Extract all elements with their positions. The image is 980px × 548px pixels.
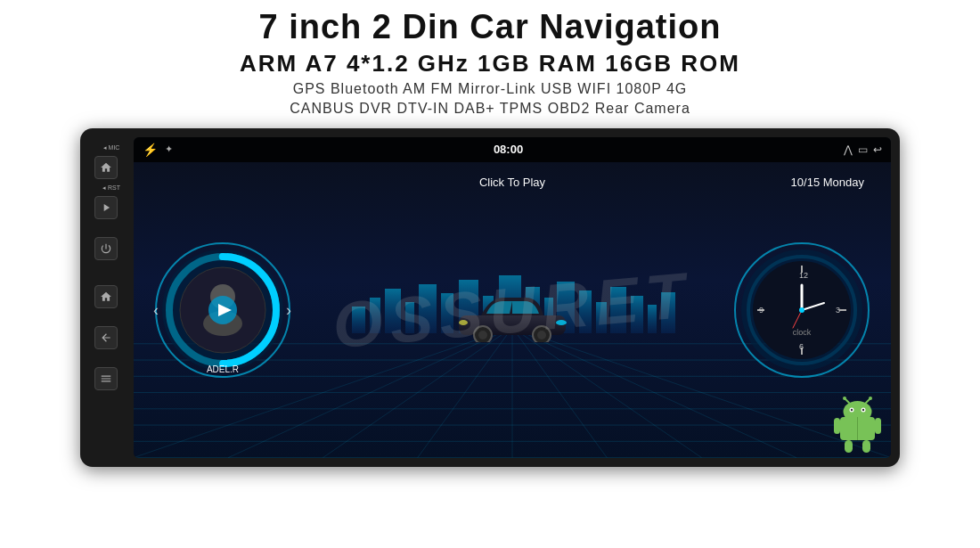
prev-arrow[interactable]: ‹ [153, 300, 159, 319]
svg-rect-18 [370, 298, 380, 333]
svg-rect-81 [845, 440, 853, 453]
svg-text:12: 12 [799, 271, 808, 280]
screen-topbar: ⚡ ✦ 08:00 ⋀ ▭ ↩ [134, 137, 891, 162]
back-button[interactable] [94, 326, 118, 349]
svg-rect-32 [631, 296, 643, 333]
play-button[interactable] [94, 196, 118, 219]
svg-point-51 [459, 320, 468, 325]
rst-group: ◂ RST [94, 184, 128, 191]
mic-group: ◂ MIC [94, 144, 128, 151]
specs-line: ARM A7 4*1.2 GHz 1GB RAM 16GB ROM [18, 50, 962, 78]
nav-arrows: ‹ › [153, 300, 291, 319]
svg-rect-82 [862, 440, 870, 453]
svg-rect-79 [834, 418, 840, 434]
svg-rect-33 [648, 305, 657, 333]
features-line1: GPS Bluetooth AM FM Mirror-Link USB WIFI… [18, 81, 962, 97]
page-wrapper: 7 inch 2 Din Car Navigation ARM A7 4*1.2… [0, 0, 980, 467]
features-line2: CANBUS DVR DTV-IN DAB+ TPMS OBD2 Rear Ca… [18, 101, 962, 117]
topbar-right: ⋀ ▭ ↩ [844, 143, 882, 156]
android-robot [833, 396, 882, 454]
svg-text:9: 9 [759, 306, 764, 315]
home-button[interactable] [94, 156, 118, 179]
svg-point-67 [799, 307, 804, 313]
window-icon: ▭ [858, 143, 868, 156]
mic-label: ◂ MIC [103, 144, 120, 151]
svg-point-50 [556, 320, 567, 325]
car-container [454, 289, 570, 346]
artist-name: ADEL.R [207, 364, 239, 374]
svg-point-76 [843, 397, 846, 400]
rst-label: ◂ RST [102, 184, 120, 191]
svg-rect-21 [419, 284, 437, 333]
topbar-time: 08:00 [494, 143, 523, 156]
topbar-left: ⚡ ✦ [143, 143, 173, 157]
signal-icon: ✦ [165, 143, 173, 155]
date-display: 10/15 Monday [791, 176, 864, 189]
click-to-play-label: Click To Play [479, 176, 545, 189]
expand-icon: ⋀ [844, 143, 853, 156]
svg-point-74 [862, 409, 864, 411]
menu-button[interactable] [94, 367, 118, 390]
car-svg [454, 289, 570, 342]
device-container: ◂ MIC ◂ RST [80, 128, 900, 467]
clock-circle: 12 3 6 9 [731, 239, 873, 381]
svg-rect-34 [661, 292, 675, 333]
left-panel: ◂ MIC ◂ RST [89, 137, 134, 458]
nav-home-button[interactable] [94, 285, 118, 308]
device-bezel: ◂ MIC ◂ RST [80, 128, 900, 467]
svg-point-73 [851, 409, 853, 411]
svg-rect-22 [441, 293, 453, 333]
screen-content: Click To Play 10/15 Monday [134, 162, 891, 458]
bluetooth-icon: ⚡ [143, 143, 158, 157]
svg-rect-20 [405, 302, 414, 333]
next-arrow[interactable]: › [286, 300, 291, 319]
svg-rect-30 [596, 302, 607, 333]
page-title: 7 inch 2 Din Car Navigation [18, 9, 962, 46]
svg-rect-19 [385, 289, 401, 333]
svg-text:3: 3 [836, 306, 840, 315]
svg-rect-17 [352, 307, 365, 333]
svg-rect-29 [579, 290, 592, 333]
svg-point-47 [478, 331, 487, 339]
back-icon: ↩ [873, 143, 882, 156]
svg-point-78 [869, 397, 872, 400]
power-button[interactable] [94, 237, 118, 260]
svg-text:clock: clock [793, 328, 812, 337]
svg-rect-80 [875, 418, 881, 434]
svg-point-49 [537, 331, 546, 339]
svg-rect-31 [610, 287, 626, 333]
screen: ⚡ ✦ 08:00 ⋀ ▭ ↩ [134, 137, 891, 458]
top-section: 7 inch 2 Din Car Navigation ARM A7 4*1.2… [0, 0, 980, 124]
svg-text:6: 6 [799, 342, 804, 351]
